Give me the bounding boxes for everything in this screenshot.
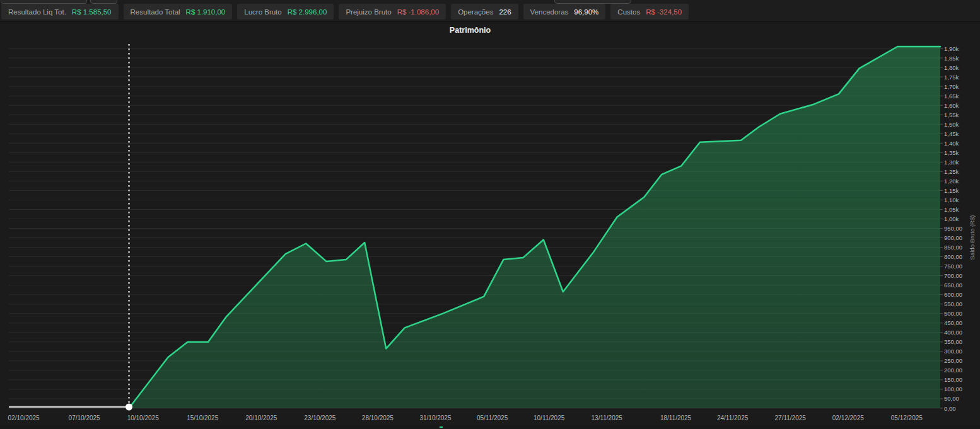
stat-custos: Custos R$ -324,50 xyxy=(610,4,689,20)
stat-value: R$ 1.910,00 xyxy=(186,8,226,16)
chart-plot-area[interactable] xyxy=(0,0,980,429)
stat-lucro-bruto: Lucro Bruto R$ 2.996,00 xyxy=(237,4,334,20)
stat-label: Operações xyxy=(458,8,493,16)
stat-label: Resultado Liq Tot. xyxy=(8,8,66,16)
stat-label: Resultado Total xyxy=(131,8,180,16)
bottom-strip xyxy=(0,425,980,429)
stat-label: Custos xyxy=(617,8,640,16)
stat-label: Prejuizo Bruto xyxy=(346,8,391,16)
stat-value: R$ -1.086,00 xyxy=(397,8,440,16)
stats-bar: Resultado Liq Tot. R$ 1.585,50 Resultado… xyxy=(0,0,980,22)
scroll-indicator-tick xyxy=(440,426,443,428)
stat-resultado-total: Resultado Total R$ 1.910,00 xyxy=(124,4,233,20)
stat-value: 96,90% xyxy=(574,8,598,16)
stat-label: Lucro Bruto xyxy=(244,8,281,16)
stat-value: R$ 1.585,50 xyxy=(72,8,112,16)
stat-resultado-liq-tot: Resultado Liq Tot. R$ 1.585,50 xyxy=(1,4,119,20)
stat-prejuizo-bruto: Prejuizo Bruto R$ -1.086,00 xyxy=(339,4,446,20)
stats-row: Resultado Liq Tot. R$ 1.585,50 Resultado… xyxy=(1,4,689,20)
y-axis-title: Saldo Bruto (R$) xyxy=(969,215,976,260)
stat-operacoes: Operações 226 xyxy=(451,4,518,20)
stat-label: Vencedoras xyxy=(530,8,569,16)
stat-value: R$ 2.996,00 xyxy=(288,8,327,16)
stat-value: 226 xyxy=(499,8,511,16)
chart-title: Patrimônio xyxy=(0,26,940,35)
stat-value: R$ -324,50 xyxy=(646,8,682,16)
stat-vencedoras: Vencedoras 96,90% xyxy=(523,4,606,20)
